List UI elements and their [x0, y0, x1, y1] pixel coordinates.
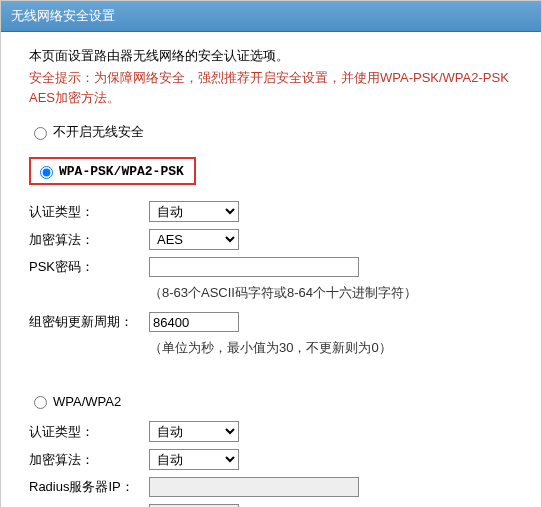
mode-wpapsk-row: WPA-PSK/WPA2-PSK [29, 157, 523, 185]
mode-wpa-row: WPA/WPA2 [29, 393, 523, 409]
mode-wpa-radio[interactable] [34, 396, 47, 409]
security-settings-panel: 无线网络安全设置 本页面设置路由器无线网络的安全认证选项。 安全提示：为保障网络… [0, 0, 542, 507]
psk-password-hint: （8-63个ASCII码字符或8-64个十六进制字符） [149, 284, 523, 302]
psk-password-label: PSK密码： [29, 258, 149, 276]
security-warning: 安全提示：为保障网络安全，强烈推荐开启安全设置，并使用WPA-PSK/WPA2-… [29, 68, 523, 110]
wpa-cipher-label: 加密算法： [29, 451, 149, 469]
mode-disable-label: 不开启无线安全 [53, 123, 144, 141]
psk-rekey-label: 组密钥更新周期： [29, 313, 149, 331]
psk-auth-select[interactable]: 自动 [149, 201, 239, 222]
wpa-auth-label: 认证类型： [29, 423, 149, 441]
intro-text: 本页面设置路由器无线网络的安全认证选项。 [29, 46, 523, 66]
radius-ip-input[interactable] [149, 477, 359, 497]
wpa-cipher-select[interactable]: 自动 [149, 449, 239, 470]
mode-wpapsk-label: WPA-PSK/WPA2-PSK [59, 164, 184, 179]
panel-content: 本页面设置路由器无线网络的安全认证选项。 安全提示：为保障网络安全，强烈推荐开启… [1, 32, 541, 507]
mode-disable-radio[interactable] [34, 127, 47, 140]
radius-ip-label: Radius服务器IP： [29, 478, 149, 496]
wpa-auth-select[interactable]: 自动 [149, 421, 239, 442]
mode-wpa-label: WPA/WPA2 [53, 394, 121, 409]
panel-title: 无线网络安全设置 [1, 1, 541, 32]
mode-wpapsk-highlight: WPA-PSK/WPA2-PSK [29, 157, 196, 185]
mode-disable-row: 不开启无线安全 [29, 123, 523, 141]
psk-rekey-input[interactable] [149, 312, 239, 332]
psk-cipher-select[interactable]: AES [149, 229, 239, 250]
psk-password-input[interactable] [149, 257, 359, 277]
mode-wpapsk-radio[interactable] [40, 166, 53, 179]
psk-rekey-hint: （单位为秒，最小值为30，不更新则为0） [149, 339, 523, 357]
psk-cipher-label: 加密算法： [29, 231, 149, 249]
psk-auth-label: 认证类型： [29, 203, 149, 221]
